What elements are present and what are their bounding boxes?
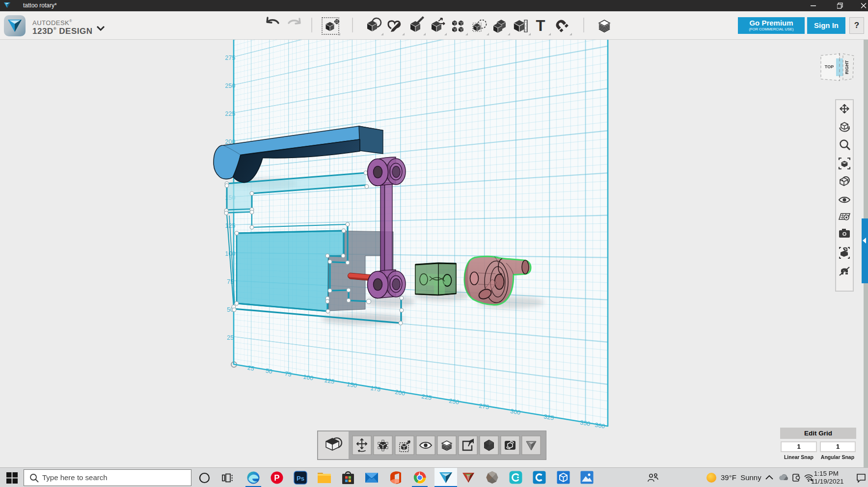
svg-text:T: T <box>536 17 545 34</box>
svg-text:TOP: TOP <box>825 64 834 69</box>
svg-text:Ps: Ps <box>297 475 304 482</box>
svg-text:P: P <box>274 473 279 483</box>
svg-text:RIGHT: RIGHT <box>844 60 849 75</box>
